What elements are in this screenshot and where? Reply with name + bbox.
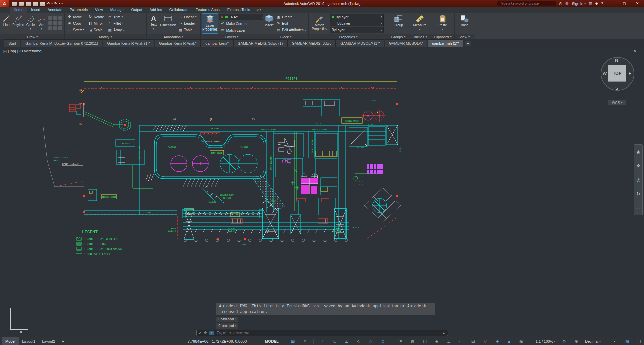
table-tool-button[interactable]: ▦Table: [177, 27, 199, 33]
panel-draw-expand-icon[interactable]: ▾: [36, 35, 38, 38]
compacted-soil-label[interactable]: COMPACTED SOIL: [53, 156, 69, 158]
command-line[interactable]: ✕ ⚙ > ▲: [196, 330, 448, 336]
ribbon-tab-home[interactable]: Home: [10, 7, 27, 13]
grid-label[interactable]: 03: [252, 118, 255, 121]
rotate-tool-button[interactable]: ↻Rotate: [87, 14, 105, 20]
wcs-button[interactable]: WCS ▾: [608, 100, 626, 105]
paste-button[interactable]: Paste ▾: [433, 13, 452, 34]
measure-button[interactable]: Measure ▾: [410, 13, 429, 34]
isolate-objects-icon[interactable]: ◐: [612, 337, 618, 345]
osnap-3d-icon[interactable]: ◈: [434, 337, 440, 345]
panel-block-expand-icon[interactable]: ▾: [290, 35, 291, 38]
panel-label-block[interactable]: Block ▾: [263, 34, 308, 39]
layer-select[interactable]: ☀ TRAY ▾: [219, 14, 263, 20]
stretch-tool-button[interactable]: ↔Stretch: [66, 27, 86, 33]
gl0-label[interactable]: GL±0,00: [333, 230, 341, 232]
new-layout-button[interactable]: +: [58, 337, 67, 345]
panel-clipboard-expand-icon[interactable]: ▾: [450, 35, 451, 38]
fl350-label[interactable]: FL-350: [366, 123, 373, 125]
ribbon-tab-express-tools[interactable]: Express Tools: [224, 7, 254, 13]
panel-label-annotation[interactable]: Annotation ▾: [147, 34, 200, 39]
hexagon-structure[interactable]: [119, 119, 130, 131]
file-tab[interactable]: Gambar Kerja R Anak*: [155, 39, 201, 47]
access-road[interactable]: ACC. ROAD: [252, 176, 285, 213]
panel-label-clipboard[interactable]: Clipboard ▾: [431, 34, 454, 39]
save-as-icon[interactable]: [33, 1, 38, 6]
ribbon-tab-insert[interactable]: Insert: [27, 7, 44, 13]
osnap-tracking-icon[interactable]: △: [367, 337, 374, 345]
command-input[interactable]: [216, 330, 440, 336]
match-layer-button[interactable]: ▤Match Layer: [219, 27, 263, 33]
legend-item[interactable]: : CABLE TRAY VERTICAL: [83, 237, 119, 241]
plot-icon[interactable]: [40, 1, 45, 6]
qat-customize-icon[interactable]: ▾: [61, 2, 63, 5]
workspace-switching-icon[interactable]: ⚙: [561, 337, 567, 345]
fl200-label[interactable]: FL+200: [169, 227, 176, 229]
ribbon-tab-output[interactable]: Output: [128, 7, 146, 13]
concrete-road-label[interactable]: CONCRETE ROAD: [270, 155, 272, 170]
grid-icon[interactable]: ▦: [290, 337, 296, 345]
array-dropdown-icon[interactable]: ▾: [123, 28, 125, 32]
panel-modify-expand-icon[interactable]: ▾: [111, 35, 112, 38]
app-store-icon[interactable]: ▥: [589, 1, 592, 6]
search-icon[interactable]: ◎: [559, 1, 563, 6]
stay-connected-icon[interactable]: ◆: [595, 1, 598, 6]
legend-item[interactable]: : SUB MAIN CABLE: [83, 252, 111, 256]
panel-label-properties[interactable]: Properties ▾: [309, 34, 388, 39]
fillet-dropdown-icon[interactable]: ▾: [122, 22, 123, 25]
legend[interactable]: LEGENT : CABLE TRAY VERTICAL : CABLE TRE…: [76, 229, 123, 256]
ribbon-tab-annotate[interactable]: Annotate: [44, 7, 66, 13]
maximize-button[interactable]: ◻: [619, 1, 629, 6]
text-dropdown-icon[interactable]: ▾: [153, 27, 154, 31]
showmotion-icon[interactable]: ▭: [636, 206, 640, 211]
arc-tool-button[interactable]: Arc ▾: [37, 13, 47, 34]
save-icon[interactable]: [26, 1, 31, 6]
graphics-performance-icon[interactable]: ▧: [624, 337, 631, 345]
conveyor-complex[interactable]: FL+200 GL±0,00 FL+200 GL±0,00 FL+200 GL±…: [168, 208, 359, 242]
redo-dropdown-icon[interactable]: ▾: [59, 2, 60, 5]
file-tab[interactable]: Gambar Kerja M. Bo...ev.Gambar 07112011): [21, 39, 102, 47]
fl200-label[interactable]: FL+200: [228, 227, 235, 229]
loading-ramp[interactable]: LOADING RAMP FL+6200 GL±0,00: [201, 184, 234, 205]
clean-screen-icon[interactable]: ▢: [636, 337, 643, 345]
overall-dimension[interactable]: 291121: [83, 77, 398, 88]
text-tool-button[interactable]: A Text ▾: [148, 13, 159, 34]
oe-loading-sheed[interactable]: OE LOADING SHEED: [201, 132, 220, 143]
kernel-store-label[interactable]: KERNEL STORE: [345, 120, 359, 122]
panel-utilities-expand-icon[interactable]: ▾: [426, 35, 427, 38]
create-block-button[interactable]: ▣Create: [275, 14, 308, 20]
circle-tool-button[interactable]: Circle ▾: [25, 13, 35, 34]
open-file-icon[interactable]: [18, 1, 24, 6]
help-icon[interactable]: ?: [601, 2, 603, 6]
panel-layers-expand-icon[interactable]: ▾: [237, 35, 238, 38]
layout-tab-model[interactable]: Model: [2, 337, 19, 345]
command-customize-icon[interactable]: ⚙: [204, 331, 207, 335]
orbit-icon[interactable]: ↻: [637, 191, 640, 196]
new-file-icon[interactable]: [11, 1, 17, 6]
gl850-label[interactable]: GL-850: [357, 146, 364, 148]
edit-attributes-button[interactable]: ▤Edit Attributes▾: [275, 27, 308, 33]
panel-label-layers[interactable]: Layers ▾: [201, 34, 263, 39]
mirror-tool-button[interactable]: ◧Mirror: [87, 20, 105, 26]
sign-in-button[interactable]: Sign In ▾: [572, 2, 586, 6]
concrete-road-label[interactable]: CONCRETE ROAD: [311, 138, 313, 153]
steering-wheel-icon[interactable]: ◉: [636, 149, 640, 154]
zoom-icon[interactable]: ◎: [636, 177, 640, 182]
drawing-restore-icon[interactable]: ◻: [627, 49, 629, 53]
viewport-visual-style-menu[interactable]: [2D Wireframe]: [17, 49, 42, 53]
drawing-close-icon[interactable]: ✕: [633, 49, 636, 53]
gl850-label[interactable]: GL-850: [353, 226, 359, 228]
layout-tab-layout1[interactable]: Layout1: [19, 337, 39, 345]
linear-tool-button[interactable]: ↔Linear▾: [177, 14, 199, 20]
panel-label-modify[interactable]: Modify ▾: [65, 34, 146, 39]
kernel-store[interactable]: KERNEL STORE: [342, 118, 362, 123]
ribbon-tab-featured-apps[interactable]: Featured Apps: [192, 7, 224, 13]
undo-dropdown-icon[interactable]: ▾: [51, 2, 53, 5]
copy-tool-button[interactable]: ▣Copy: [66, 20, 86, 26]
gizmo-icon[interactable]: ✚: [494, 337, 500, 345]
lattice-structure[interactable]: [364, 188, 401, 222]
quick-properties-icon[interactable]: ▤: [469, 337, 476, 345]
selection-cycling-icon[interactable]: ◫: [422, 337, 428, 345]
file-tab-active[interactable]: gambar rmh (1)*: [428, 39, 463, 47]
color-select-dropdown-icon[interactable]: ▾: [381, 15, 382, 18]
